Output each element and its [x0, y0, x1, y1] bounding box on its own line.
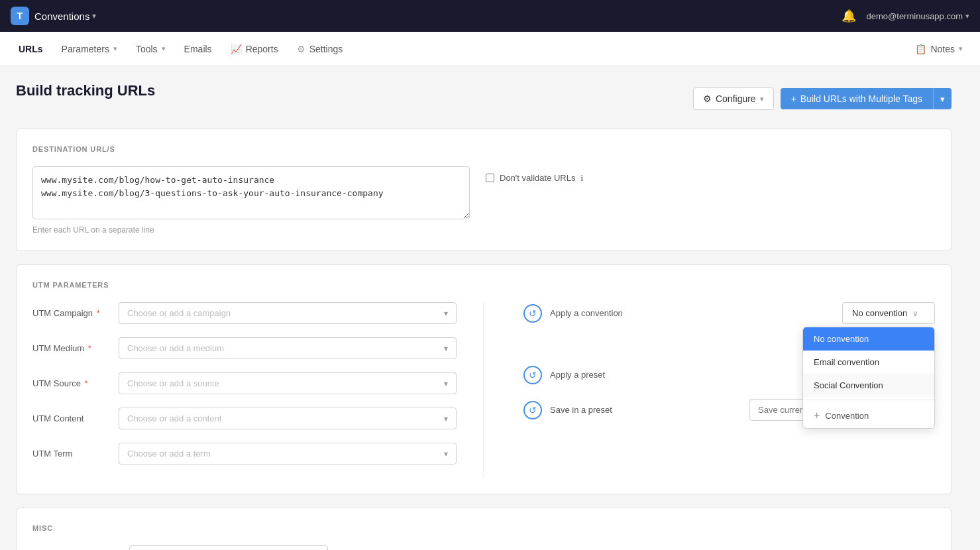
source-required: * [82, 378, 88, 388]
nav-reports-label: Reports [246, 44, 278, 54]
apply-preset-label: Apply a preset [550, 370, 605, 380]
configure-button[interactable]: ⚙ Configure ▾ [693, 87, 774, 110]
url-textarea[interactable]: www.mysite.com/blog/how-to-get-auto-insu… [32, 166, 470, 219]
misc-section-label: MISC [32, 524, 935, 532]
configure-label: Configure [716, 93, 756, 104]
convention-dropdown-wrapper: No convention ∨ No convention Email conv… [842, 302, 935, 324]
nav-item-tools[interactable]: Tools ▾ [128, 40, 174, 58]
nav-settings-label: Settings [309, 44, 343, 54]
parameters-chevron-icon: ▾ [113, 44, 117, 53]
nav-urls-label: URLs [19, 44, 43, 54]
utm-medium-select[interactable]: Choose or add a medium ▾ [119, 337, 457, 359]
add-convention-label: Convention [825, 411, 869, 421]
notes-chevron-icon: ▾ [959, 44, 963, 53]
utm-medium-row: UTM Medium * Choose or add a medium ▾ [32, 337, 457, 359]
configure-gear-icon: ⚙ [703, 93, 712, 104]
destination-card: DESTINATION URL/S www.mysite.com/blog/ho… [16, 129, 952, 251]
utm-campaign-label: UTM Campaign * [32, 308, 119, 318]
build-urls-more-button[interactable]: ▾ [933, 88, 952, 109]
utm-term-label: UTM Term [32, 449, 119, 459]
utm-medium-label: UTM Medium * [32, 343, 119, 353]
topbar-right: 🔔 demo@terminusapp.com ▾ [842, 9, 969, 23]
user-menu-button[interactable]: demo@terminusapp.com ▾ [867, 11, 969, 21]
notification-icon[interactable]: 🔔 [842, 9, 856, 23]
content-placeholder: Choose or add a content [127, 413, 221, 423]
save-preset-label: Save in a preset [550, 405, 612, 415]
social-convention-label: Social Convention [814, 380, 883, 390]
misc-card: MISC Redirect Codes [16, 508, 952, 550]
user-chevron-icon: ▾ [965, 12, 969, 21]
nav-emails-label: Emails [184, 44, 212, 54]
convention-option-email[interactable]: Email convention [803, 351, 934, 374]
topbar-left: T Conventions ▾ [11, 7, 96, 25]
nav-item-reports[interactable]: 📈 Reports [223, 40, 286, 58]
campaign-placeholder: Choose or add a campaign [127, 308, 231, 318]
validate-checkbox[interactable] [486, 174, 494, 182]
misc-redirect-input[interactable] [129, 545, 328, 550]
app-name-chevron-icon: ▾ [92, 11, 96, 21]
utm-campaign-row: UTM Campaign * Choose or add a campaign … [32, 302, 457, 324]
build-urls-button[interactable]: + Build URLs with Multiple Tags [781, 88, 933, 109]
url-helper-text: Enter each URL on a separate line [32, 225, 470, 235]
convention-dropdown-menu: No convention Email convention Social Co… [802, 327, 935, 429]
source-placeholder: Choose or add a source [127, 378, 219, 388]
medium-chevron-icon: ▾ [444, 344, 448, 353]
destination-section-label: DESTINATION URL/S [32, 145, 935, 153]
validate-info-icon[interactable]: ℹ [580, 174, 584, 183]
misc-redirect-row: Redirect Codes [32, 545, 935, 550]
apply-convention-icon[interactable]: ↺ [523, 304, 542, 323]
medium-required: * [85, 343, 91, 353]
utm-campaign-select[interactable]: Choose or add a campaign ▾ [119, 302, 457, 324]
validate-label[interactable]: Don't validate URLs [500, 173, 575, 183]
convention-option-no-convention[interactable]: No convention [803, 327, 934, 351]
user-email-label: demo@terminusapp.com [867, 11, 963, 21]
nav-item-urls[interactable]: URLs [11, 40, 51, 58]
app-name-label: Conventions [34, 11, 89, 22]
utm-source-select[interactable]: Choose or add a source ▾ [119, 372, 457, 394]
save-preset-icon[interactable]: ↺ [523, 401, 542, 419]
no-convention-label: No convention [814, 334, 869, 344]
convention-dropdown-divider [803, 400, 934, 400]
utm-source-label: UTM Source * [32, 378, 119, 388]
utm-content-label: UTM Content [32, 413, 119, 423]
nav-right: 📋 Notes ▾ [908, 40, 969, 58]
utm-content-row: UTM Content Choose or add a content ▾ [32, 408, 457, 429]
build-urls-label: Build URLs with Multiple Tags [800, 93, 922, 104]
add-convention-plus-icon: + [814, 410, 820, 421]
convention-add-new[interactable]: + Convention [803, 403, 934, 428]
nav-item-parameters[interactable]: Parameters ▾ [54, 40, 125, 58]
build-plus-icon: + [791, 93, 796, 104]
nav-item-settings[interactable]: ⚙ Settings [289, 40, 351, 58]
notes-book-icon: 📋 [915, 44, 926, 54]
url-row: www.mysite.com/blog/how-to-get-auto-insu… [32, 166, 935, 235]
page-title: Build tracking URLs [16, 82, 155, 99]
convention-select-button[interactable]: No convention ∨ [842, 302, 935, 324]
url-input-area: www.mysite.com/blog/how-to-get-auto-insu… [32, 166, 470, 235]
campaign-chevron-icon: ▾ [444, 309, 448, 318]
medium-placeholder: Choose or add a medium [127, 343, 224, 353]
validate-options: Don't validate URLs ℹ [486, 166, 584, 183]
build-more-chevron-icon: ▾ [940, 94, 945, 104]
content-chevron-icon: ▾ [444, 414, 448, 423]
selected-convention-label: No convention [852, 308, 907, 318]
utm-grid: UTM Campaign * Choose or add a campaign … [32, 302, 935, 478]
notes-button[interactable]: 📋 Notes ▾ [908, 40, 969, 58]
build-button-group: + Build URLs with Multiple Tags ▾ [781, 88, 952, 109]
utm-source-row: UTM Source * Choose or add a source ▾ [32, 372, 457, 394]
topbar: T Conventions ▾ 🔔 demo@terminusapp.com ▾ [0, 0, 980, 32]
notes-label: Notes [930, 44, 955, 54]
apply-convention-label: Apply a convention [550, 308, 623, 318]
apply-convention-row: ↺ Apply a convention No convention ∨ No … [523, 302, 935, 324]
utm-term-select[interactable]: Choose or add a term ▾ [119, 443, 457, 465]
main-content: Build tracking URLs ⚙ Configure ▾ + Buil… [0, 66, 967, 550]
app-name-button[interactable]: Conventions ▾ [34, 11, 96, 22]
configure-chevron-icon: ▾ [760, 95, 764, 103]
reports-chart-icon: 📈 [231, 44, 242, 54]
nav-item-emails[interactable]: Emails [176, 40, 220, 58]
nav-bar: URLs Parameters ▾ Tools ▾ Emails 📈 Repor… [0, 32, 980, 66]
convention-option-social[interactable]: Social Convention [803, 374, 934, 397]
utm-content-select[interactable]: Choose or add a content ▾ [119, 408, 457, 429]
utm-section-label: UTM PARAMETERS [32, 281, 935, 289]
apply-preset-icon[interactable]: ↺ [523, 366, 542, 384]
convention-select-chevron-icon: ∨ [912, 309, 918, 318]
